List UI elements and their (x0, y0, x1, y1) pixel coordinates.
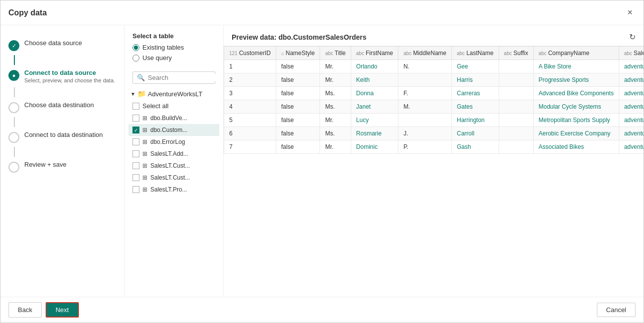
cell-title: Mr. (320, 73, 351, 87)
step-label-active: Connect to data source (24, 69, 116, 76)
cell-companyname: A Bike Store (533, 60, 619, 73)
preview-table: 121CustomerID ⌂NameStyle abcTitle abcFir… (224, 46, 644, 154)
cell-lastname: Gash (451, 140, 499, 154)
table-grid-icon-5: ⊞ (142, 174, 147, 181)
table-name-2: dbo.ErrorLog (150, 138, 185, 145)
cell-lastname: Harrington (451, 114, 499, 127)
cell-firstname: Dominic (351, 140, 398, 154)
cancel-button[interactable]: Cancel (597, 303, 636, 317)
preview-title: Preview data: dbo.CustomerSalesOrders (232, 33, 367, 41)
cell-salesperson: adventure-works\jillian0 (619, 87, 644, 100)
cell-suffix (499, 100, 533, 114)
table-checkbox-2[interactable] (132, 138, 139, 145)
table-grid-icon-1: ⊞ (142, 127, 147, 133)
cell-firstname: Janet (351, 100, 398, 114)
col-customerid: 121CustomerID (224, 47, 276, 60)
step-connector-4 (14, 147, 15, 157)
table-row: 2falseMr.KeithHarrisProgressive Sportsad… (224, 73, 644, 87)
cell-lastname: Gee (451, 60, 499, 73)
close-button[interactable]: × (624, 6, 636, 19)
table-row-item-1[interactable]: ✓ ⊞ dbo.Custom... (129, 124, 219, 136)
table-row-item-3[interactable]: ⊞ SalesLT.Add... (129, 148, 219, 160)
table-checkbox-3[interactable] (132, 150, 139, 157)
radio-existing-tables[interactable]: Existing tables (132, 44, 215, 51)
cell-companyname: Associated Bikes (533, 140, 619, 154)
radio-use-query[interactable]: Use query (132, 54, 215, 62)
cell-lastname: Gates (451, 100, 499, 114)
table-row: 7falseMr.DominicP.GashAssociated Bikesad… (224, 140, 644, 154)
table-name-6: SalesLT.Pro... (150, 186, 187, 193)
cell-firstname: Donna (351, 87, 398, 100)
table-row-item-2[interactable]: ⊞ dbo.ErrorLog (129, 136, 219, 148)
cell-salesperson: adventure-works\jillian0 (619, 100, 644, 114)
steps-panel: ✓ Choose data source ● Connect to data s… (0, 25, 125, 297)
cell-firstname: Lucy (351, 114, 398, 127)
table-grid-icon-4: ⊞ (142, 162, 147, 169)
table-row: 3falseMs.DonnaF.CarrerasAdvanced Bike Co… (224, 87, 644, 100)
cell-title: Mr. (320, 114, 351, 127)
preview-table-wrapper[interactable]: 121CustomerID ⌂NameStyle abcTitle abcFir… (224, 46, 644, 297)
cell-firstname: Orlando (351, 60, 398, 73)
cell-middlename: F. (398, 87, 451, 100)
radio-existing-input[interactable] (132, 44, 139, 51)
cell-middlename: M. (398, 100, 451, 114)
back-button[interactable]: Back (8, 302, 42, 318)
search-input[interactable] (148, 74, 224, 81)
search-box[interactable]: 🔍 (132, 71, 215, 84)
table-row-item-6[interactable]: ⊞ SalesLT.Pro... (129, 184, 219, 195)
table-panel-header: Select a table (125, 25, 223, 44)
select-all-row[interactable]: Select all (129, 100, 219, 112)
cell-namestyle: false (276, 87, 320, 100)
table-checkbox-1[interactable]: ✓ (132, 127, 139, 133)
cell-title: Ms. (320, 100, 351, 114)
table-row-item-5[interactable]: ⊞ SalesLT.Cust... (129, 172, 219, 184)
cell-salesperson: adventure-works\shu0 (619, 140, 644, 154)
col-suffix: abcSuffix (499, 47, 533, 60)
cell-lastname: Carroll (451, 127, 499, 140)
cell-title: Ms. (320, 127, 351, 140)
step-label-dest: Choose data destination (24, 101, 116, 109)
step-label: Choose data source (24, 39, 116, 47)
cell-firstname: Rosmarie (351, 127, 398, 140)
col-title: abcTitle (320, 47, 351, 60)
cell-suffix (499, 87, 533, 100)
dialog-body: ✓ Choose data source ● Connect to data s… (0, 25, 644, 297)
next-button[interactable]: Next (46, 302, 79, 318)
chevron-down-icon: ▼ (130, 91, 135, 97)
footer-left: Back Next (8, 302, 79, 318)
table-selection-panel: Select a table Existing tables Use query… (125, 25, 224, 297)
cell-middlename (398, 73, 451, 87)
step-icon-active: ● (8, 70, 19, 81)
step-connector-2 (14, 87, 15, 97)
step-review-save: Review + save (8, 157, 116, 177)
db-group-header[interactable]: ▼ 📁 AdventureWorksLT (129, 88, 219, 100)
refresh-icon[interactable]: ↻ (629, 32, 636, 42)
radio-query-input[interactable] (132, 55, 139, 62)
table-list: ▼ 📁 AdventureWorksLT Select all ⊞ dbo.Bu… (125, 88, 223, 297)
cell-customerid: 3 (224, 87, 276, 100)
select-all-checkbox[interactable] (132, 103, 139, 110)
cell-lastname: Carreras (451, 87, 499, 100)
cell-lastname: Harris (451, 73, 499, 87)
db-folder-icon: 📁 (137, 90, 146, 98)
table-checkbox-0[interactable] (132, 115, 139, 122)
db-group: ▼ 📁 AdventureWorksLT Select all ⊞ dbo.Bu… (129, 88, 219, 195)
cell-title: Mr. (320, 140, 351, 154)
cell-customerid: 1 (224, 60, 276, 73)
col-firstname: abcFirstName (351, 47, 398, 60)
preview-header: Preview data: dbo.CustomerSalesOrders ↻ (224, 25, 644, 46)
radio-existing-label: Existing tables (142, 44, 184, 51)
table-grid-icon-2: ⊞ (142, 138, 147, 145)
table-checkbox-5[interactable] (132, 174, 139, 181)
cell-customerid: 2 (224, 73, 276, 87)
table-checkbox-4[interactable] (132, 162, 139, 169)
table-row-item-0[interactable]: ⊞ dbo.BuildVe... (129, 112, 219, 124)
table-row-item-4[interactable]: ⊞ SalesLT.Cust... (129, 160, 219, 172)
table-name-4: SalesLT.Cust... (150, 162, 190, 169)
copy-data-dialog: Copy data × ✓ Choose data source ● Conne… (0, 0, 644, 323)
radio-group: Existing tables Use query (125, 44, 223, 68)
select-all-label: Select all (142, 102, 169, 110)
table-checkbox-6[interactable] (132, 186, 139, 193)
dialog-header: Copy data × (0, 0, 644, 25)
cell-namestyle: false (276, 73, 320, 87)
